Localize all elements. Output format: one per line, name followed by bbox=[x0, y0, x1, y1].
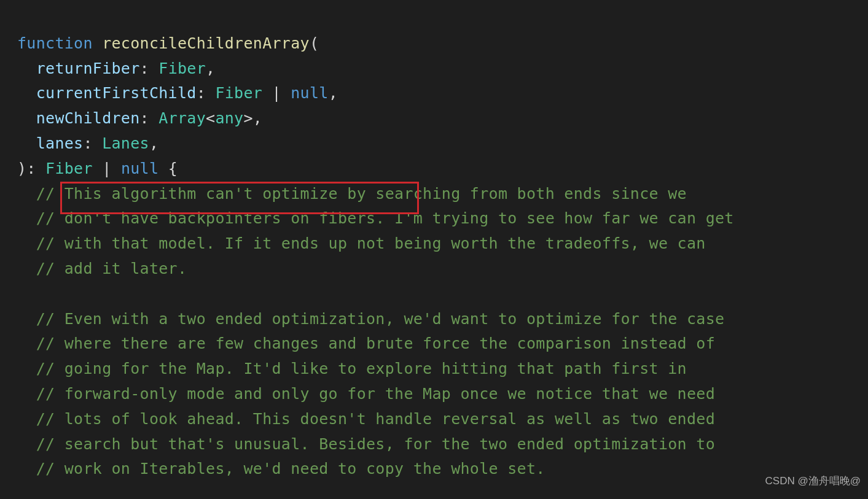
comment-line: // forward-only mode and only go for the… bbox=[17, 385, 715, 403]
watermark: CSDN @渔舟唱晚@ bbox=[765, 469, 861, 494]
keyword-function: function bbox=[17, 34, 93, 52]
param-returnFiber: returnFiber bbox=[36, 60, 140, 77]
comment-line: // lots of look ahead. This doesn't hand… bbox=[17, 410, 715, 428]
code-block: function reconcileChildrenArray( returnF… bbox=[0, 0, 868, 499]
comment-line: // add it later. bbox=[17, 260, 187, 277]
param-lanes: lanes bbox=[36, 134, 84, 152]
param-newChildren: newChildren bbox=[36, 109, 140, 127]
comment-line: // with that model. If it ends up not be… bbox=[17, 234, 706, 252]
comment-line: // This algorithm can't optimize by sear… bbox=[17, 185, 687, 203]
comment-line: // where there are few changes and brute… bbox=[17, 335, 715, 352]
param-currentFirstChild: currentFirstChild bbox=[36, 84, 197, 102]
comment-line: // don't have backpointers on fibers. I'… bbox=[17, 209, 734, 227]
comment-line: // Even with a two ended optimization, w… bbox=[17, 310, 724, 328]
comment-line: // work on Iterables, we'd need to copy … bbox=[17, 460, 545, 478]
comment-line: // going for the Map. It'd like to explo… bbox=[17, 360, 687, 377]
comment-line: // search but that's unusual. Besides, f… bbox=[17, 435, 715, 453]
function-name: reconcileChildrenArray bbox=[102, 34, 310, 52]
